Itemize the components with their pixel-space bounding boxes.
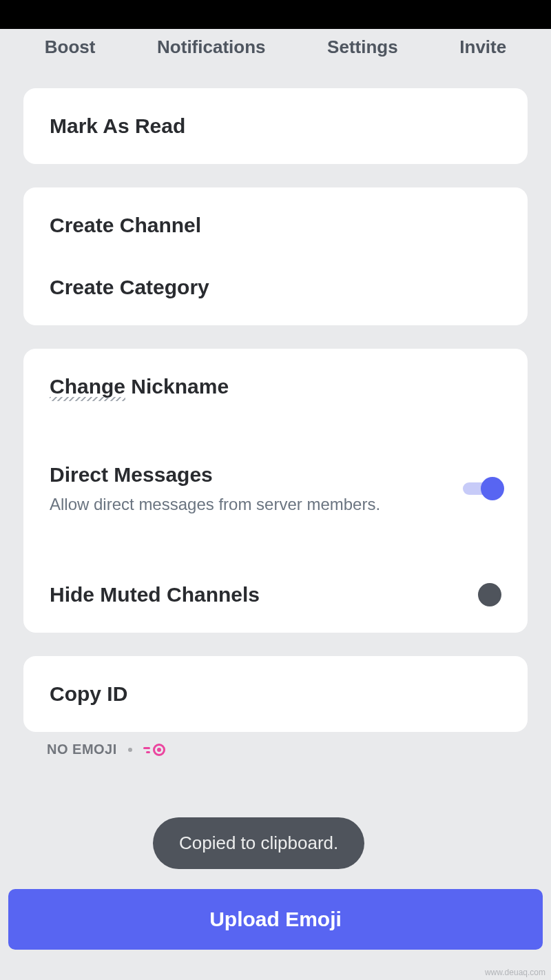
upload-emoji-button[interactable]: Upload Emoji (8, 889, 543, 950)
change-nickname-row[interactable]: Change Nickname (23, 349, 528, 411)
card-mark-read: Mark As Read (23, 88, 528, 164)
toast-copied: Copied to clipboard. (153, 817, 364, 869)
tab-invite[interactable]: Invite (459, 37, 506, 58)
dot-separator (128, 748, 132, 752)
copy-id-row[interactable]: Copy ID (23, 656, 528, 732)
direct-messages-label: Direct Messages (50, 463, 380, 487)
tab-boost[interactable]: Boost (45, 37, 96, 58)
hide-muted-label: Hide Muted Channels (50, 583, 260, 606)
squiggle-underline (50, 397, 125, 401)
card-create: Create Channel Create Category (23, 187, 528, 325)
hide-muted-row[interactable]: Hide Muted Channels (23, 557, 528, 633)
mark-as-read-row[interactable]: Mark As Read (23, 88, 528, 164)
no-emoji-label: NO EMOJI (47, 742, 117, 757)
direct-messages-subtitle: Allow direct messages from server member… (50, 495, 380, 514)
status-bar (0, 0, 551, 29)
footer-area: NO EMOJI (23, 742, 528, 757)
mark-as-read-label: Mark As Read (50, 114, 185, 138)
direct-messages-row[interactable]: Direct Messages Allow direct messages fr… (23, 437, 528, 540)
card-settings: Change Nickname Direct Messages Allow di… (23, 349, 528, 633)
create-category-row[interactable]: Create Category (23, 263, 528, 325)
direct-messages-toggle[interactable] (463, 478, 501, 499)
nitro-icon (143, 744, 165, 756)
hide-muted-toggle[interactable] (478, 583, 501, 606)
change-nickname-label: Change Nickname (50, 375, 229, 398)
card-copy-id: Copy ID (23, 656, 528, 732)
create-channel-row[interactable]: Create Channel (23, 187, 528, 263)
tab-notifications[interactable]: Notifications (157, 37, 265, 58)
copy-id-label: Copy ID (50, 682, 127, 706)
create-category-label: Create Category (50, 276, 209, 299)
tab-settings[interactable]: Settings (327, 37, 398, 58)
tab-row: Boost Notifications Settings Invite (0, 29, 551, 65)
watermark: www.deuaq.com (485, 968, 545, 977)
create-channel-label: Create Channel (50, 214, 201, 237)
